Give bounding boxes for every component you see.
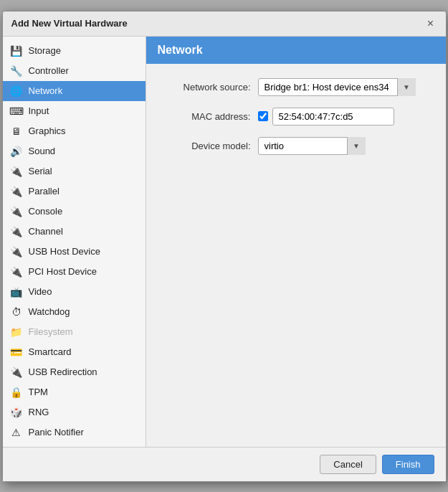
filesystem-icon: 📁 — [10, 326, 23, 339]
sidebar-label-input: Input — [29, 105, 49, 116]
dialog-footer: Cancel Finish — [3, 447, 446, 481]
sidebar-label-console: Console — [29, 206, 63, 217]
dialog-title: Add New Virtual Hardware — [11, 18, 128, 29]
controller-icon: 🔧 — [10, 65, 23, 77]
cancel-button[interactable]: Cancel — [320, 455, 376, 474]
device-model-label: Device model: — [158, 141, 251, 151]
pci-host-device-icon: 🔌 — [10, 265, 23, 278]
sidebar-item-filesystem: 📁Filesystem — [3, 322, 146, 342]
parallel-icon: 🔌 — [10, 185, 23, 198]
sidebar-label-filesystem: Filesystem — [29, 326, 73, 337]
close-button[interactable]: × — [424, 17, 437, 30]
network-source-select[interactable]: Bridge br1: Host device ens34NATIsolated… — [258, 78, 416, 96]
sidebar-item-network[interactable]: 🌐Network — [3, 81, 146, 101]
video-icon: 📺 — [10, 285, 23, 298]
usb-host-device-icon: 🔌 — [10, 245, 23, 258]
mac-address-checkbox[interactable] — [258, 111, 268, 121]
sidebar-label-sound: Sound — [29, 146, 56, 156]
device-model-dropdown-wrapper: virtioe1000rtl8139ne2k_pci ▼ — [258, 137, 366, 155]
network-source-row: Network source: Bridge br1: Host device … — [158, 78, 434, 96]
title-bar: Add New Virtual Hardware × — [3, 11, 446, 37]
mac-address-row: MAC address: — [158, 108, 434, 126]
sidebar-label-watchdog: Watchdog — [29, 306, 70, 317]
sidebar-item-sound[interactable]: 🔊Sound — [3, 141, 146, 161]
device-model-select[interactable]: virtioe1000rtl8139ne2k_pci — [258, 137, 366, 155]
sidebar: 💾Storage🔧Controller🌐Network⌨Input🖥Graphi… — [3, 37, 146, 447]
add-hardware-dialog: Add New Virtual Hardware × 💾Storage🔧Cont… — [2, 11, 447, 482]
network-source-dropdown-wrapper: Bridge br1: Host device ens34NATIsolated… — [258, 78, 416, 96]
sidebar-label-usb-redirection: USB Redirection — [29, 366, 97, 377]
sidebar-item-channel[interactable]: 🔌Channel — [3, 222, 146, 242]
form-area: Network source: Bridge br1: Host device … — [146, 64, 446, 447]
sidebar-label-rng: RNG — [29, 407, 49, 417]
network-icon: 🌐 — [10, 85, 23, 98]
sidebar-item-tpm[interactable]: 🔒TPM — [3, 382, 146, 402]
console-icon: 🔌 — [10, 205, 23, 218]
dialog-body: 💾Storage🔧Controller🌐Network⌨Input🖥Graphi… — [3, 37, 446, 447]
storage-icon: 💾 — [10, 44, 23, 57]
sidebar-label-storage: Storage — [29, 45, 62, 56]
network-source-control: Bridge br1: Host device ens34NATIsolated… — [258, 78, 416, 96]
sidebar-item-graphics[interactable]: 🖥Graphics — [3, 121, 146, 141]
sidebar-item-usb-redirection[interactable]: 🔌USB Redirection — [3, 362, 146, 382]
input-icon: ⌨ — [10, 105, 23, 118]
sidebar-item-storage[interactable]: 💾Storage — [3, 41, 146, 61]
device-model-control: virtioe1000rtl8139ne2k_pci ▼ — [258, 137, 366, 155]
sidebar-label-controller: Controller — [29, 65, 69, 76]
sidebar-item-pci-host-device[interactable]: 🔌PCI Host Device — [3, 262, 146, 282]
sidebar-item-video[interactable]: 📺Video — [3, 282, 146, 302]
device-model-row: Device model: virtioe1000rtl8139ne2k_pci… — [158, 137, 434, 155]
serial-icon: 🔌 — [10, 165, 23, 178]
main-content: Network Network source: Bridge br1: Host… — [146, 37, 446, 447]
section-header: Network — [146, 37, 446, 64]
sidebar-label-tpm: TPM — [29, 387, 48, 397]
sidebar-item-rng[interactable]: 🎲RNG — [3, 402, 146, 422]
sidebar-label-graphics: Graphics — [29, 126, 66, 136]
channel-icon: 🔌 — [10, 225, 23, 238]
mac-address-input[interactable] — [272, 108, 394, 126]
sidebar-label-network: Network — [29, 85, 63, 96]
sidebar-label-parallel: Parallel — [29, 186, 59, 197]
tpm-icon: 🔒 — [10, 386, 23, 399]
rng-icon: 🎲 — [10, 406, 23, 419]
mac-address-label: MAC address: — [158, 111, 251, 122]
sidebar-item-input[interactable]: ⌨Input — [3, 101, 146, 121]
sidebar-item-smartcard[interactable]: 💳Smartcard — [3, 342, 146, 362]
sidebar-label-panic-notifier: Panic Notifier — [29, 427, 84, 437]
watchdog-icon: ⏱ — [10, 306, 23, 318]
sidebar-item-controller[interactable]: 🔧Controller — [3, 61, 146, 81]
sidebar-label-smartcard: Smartcard — [29, 346, 72, 357]
sidebar-item-parallel[interactable]: 🔌Parallel — [3, 181, 146, 202]
sidebar-item-watchdog[interactable]: ⏱Watchdog — [3, 302, 146, 322]
smartcard-icon: 💳 — [10, 346, 23, 359]
sidebar-item-serial[interactable]: 🔌Serial — [3, 161, 146, 181]
sidebar-label-channel: Channel — [29, 226, 63, 237]
sidebar-label-usb-host-device: USB Host Device — [29, 246, 100, 257]
network-source-label: Network source: — [158, 82, 251, 93]
sidebar-label-video: Video — [29, 286, 52, 297]
sidebar-item-console[interactable]: 🔌Console — [3, 202, 146, 222]
sidebar-item-panic-notifier[interactable]: ⚠Panic Notifier — [3, 422, 146, 443]
usb-redirection-icon: 🔌 — [10, 366, 23, 379]
sidebar-label-serial: Serial — [29, 166, 52, 176]
mac-address-control — [258, 108, 394, 126]
finish-button[interactable]: Finish — [382, 455, 434, 474]
sidebar-label-pci-host-device: PCI Host Device — [29, 266, 97, 277]
sound-icon: 🔊 — [10, 145, 23, 158]
panic-notifier-icon: ⚠ — [10, 426, 23, 439]
sidebar-item-usb-host-device[interactable]: 🔌USB Host Device — [3, 242, 146, 262]
graphics-icon: 🖥 — [10, 125, 23, 138]
